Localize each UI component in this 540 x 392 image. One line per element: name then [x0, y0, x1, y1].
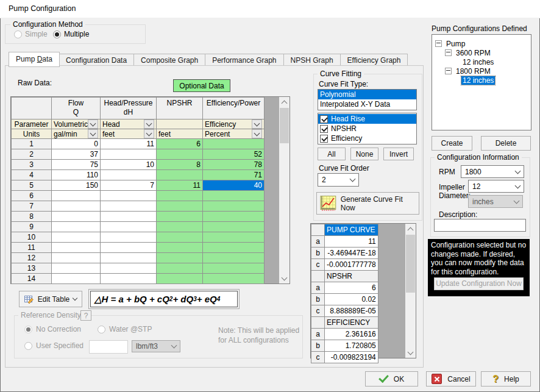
param-npshr-cell[interactable]: [157, 119, 203, 129]
cell-flow[interactable]: [52, 232, 101, 243]
delete-button[interactable]: Delete: [481, 136, 531, 151]
cell-flow[interactable]: [52, 191, 101, 201]
cell-eff[interactable]: 78: [203, 160, 265, 170]
cell-npshr[interactable]: [157, 232, 203, 243]
invert-button[interactable]: Invert: [383, 148, 414, 160]
cell-head[interactable]: [101, 212, 157, 222]
unit-flow-cell[interactable]: gal/min: [52, 129, 101, 139]
cell-npshr[interactable]: 8: [157, 160, 203, 170]
coef-header-efficiency[interactable]: EFFICIENCY: [325, 317, 378, 329]
dropdown-button[interactable]: [88, 119, 98, 129]
cell-eff[interactable]: 71: [203, 170, 265, 180]
cell-eff[interactable]: [203, 253, 265, 263]
cell-eff[interactable]: [203, 243, 265, 253]
dropdown-button[interactable]: [88, 129, 98, 138]
cell-eff[interactable]: [203, 263, 265, 274]
cell-npshr[interactable]: [157, 253, 203, 263]
cancel-button[interactable]: Cancel: [426, 371, 476, 387]
radio-simple[interactable]: Simple: [14, 30, 48, 38]
diameter-unit-select[interactable]: inches: [468, 195, 523, 208]
cell-flow[interactable]: 150: [52, 180, 101, 191]
cell-head[interactable]: [101, 232, 157, 243]
cell-head[interactable]: [101, 253, 157, 263]
dropdown-button[interactable]: [252, 119, 262, 129]
cell-eff[interactable]: [203, 201, 265, 212]
cell-flow[interactable]: [52, 243, 101, 253]
row-number[interactable]: 12: [12, 253, 52, 263]
cell-flow[interactable]: [52, 222, 101, 232]
collapse-icon[interactable]: [445, 49, 452, 56]
row-number[interactable]: 5: [12, 180, 52, 191]
cell-eff-selected[interactable]: 40: [203, 180, 265, 191]
collapse-icon[interactable]: [435, 40, 442, 47]
coefficients-scrollbar[interactable]: [405, 224, 416, 358]
checkbox-npshr[interactable]: NPSHR: [318, 124, 416, 134]
tree-item-1800-12-inches[interactable]: 12 inches: [432, 76, 531, 85]
cell-npshr[interactable]: [157, 149, 203, 160]
dropdown-button[interactable]: [144, 129, 154, 138]
param-head-cell[interactable]: Head: [101, 119, 157, 129]
cell-npshr[interactable]: 6: [157, 139, 203, 149]
cell-eff[interactable]: [203, 191, 265, 201]
all-button[interactable]: All: [318, 148, 346, 160]
dropdown-button[interactable]: [144, 119, 154, 129]
radio-water-stp[interactable]: Water @STP: [98, 325, 152, 333]
density-value-input[interactable]: [89, 340, 128, 354]
cell-flow[interactable]: 0: [52, 139, 101, 149]
scroll-down-button[interactable]: [405, 347, 416, 358]
cell-flow[interactable]: [52, 253, 101, 263]
row-number[interactable]: 14: [12, 274, 52, 284]
cell-flow[interactable]: 75: [52, 160, 101, 170]
density-unit-select[interactable]: lbm/ft3: [132, 340, 180, 352]
radio-user-specified[interactable]: User Specified: [24, 341, 83, 350]
cell-head[interactable]: [101, 263, 157, 274]
unit-npshr-cell[interactable]: feet: [157, 129, 203, 139]
type-option-interpolated[interactable]: Interpolated X-Y Data: [318, 99, 416, 109]
cell-eff[interactable]: [203, 232, 265, 243]
cell-eff[interactable]: [203, 139, 265, 149]
cell-npshr[interactable]: 11: [157, 180, 203, 191]
radio-multiple[interactable]: Multiple: [53, 30, 89, 38]
cell-eff[interactable]: [203, 212, 265, 222]
optional-data-button[interactable]: Optional Data: [173, 79, 230, 92]
curve-fit-order-select[interactable]: 2: [318, 173, 359, 187]
cell-head[interactable]: [101, 191, 157, 201]
none-button[interactable]: None: [350, 148, 378, 160]
row-number[interactable]: 6: [12, 191, 52, 201]
description-input[interactable]: [434, 219, 526, 232]
cell-flow[interactable]: [52, 274, 101, 284]
cell-flow[interactable]: 110: [52, 170, 101, 180]
cell-npshr[interactable]: [157, 201, 203, 212]
row-number[interactable]: 13: [12, 263, 52, 274]
cell-head[interactable]: [101, 201, 157, 212]
scroll-down-button[interactable]: [279, 273, 290, 283]
scrollbar-thumb[interactable]: [280, 108, 289, 143]
tab-pump-data[interactable]: Pump Data: [9, 52, 60, 67]
param-eff-cell[interactable]: Efficiency: [203, 119, 265, 129]
row-number[interactable]: 3: [12, 160, 52, 170]
scroll-up-button[interactable]: [405, 224, 416, 234]
row-number[interactable]: 8: [12, 212, 52, 222]
row-number[interactable]: 4: [12, 170, 52, 180]
rpm-select[interactable]: 1800: [461, 165, 524, 178]
row-number[interactable]: 7: [12, 201, 52, 212]
dropdown-button[interactable]: [252, 129, 262, 138]
unit-eff-cell[interactable]: Percent: [203, 129, 265, 139]
scrollbar-thumb[interactable]: [406, 235, 415, 293]
cell-head[interactable]: [101, 243, 157, 253]
ok-button[interactable]: OK: [365, 371, 418, 387]
reference-density-help-button[interactable]: ?: [80, 310, 91, 321]
cell-head[interactable]: [101, 170, 157, 180]
cell-flow[interactable]: [52, 263, 101, 274]
help-button[interactable]: ? Help: [481, 371, 531, 387]
generate-curve-fit-button[interactable]: Generate Curve Fit Now: [316, 192, 419, 215]
tree-item-3600-rpm[interactable]: 3600 RPM: [432, 48, 531, 57]
cell-eff[interactable]: 52: [203, 149, 265, 160]
scroll-up-button[interactable]: [279, 97, 290, 107]
row-number[interactable]: 2: [12, 149, 52, 160]
type-option-polynomial[interactable]: Polynomial: [318, 90, 416, 99]
param-flow-cell[interactable]: Volumetric: [52, 119, 101, 129]
tree-item-pump[interactable]: Pump: [432, 39, 531, 48]
checkbox-efficiency[interactable]: Efficiency: [318, 134, 416, 143]
cell-npshr[interactable]: [157, 222, 203, 232]
